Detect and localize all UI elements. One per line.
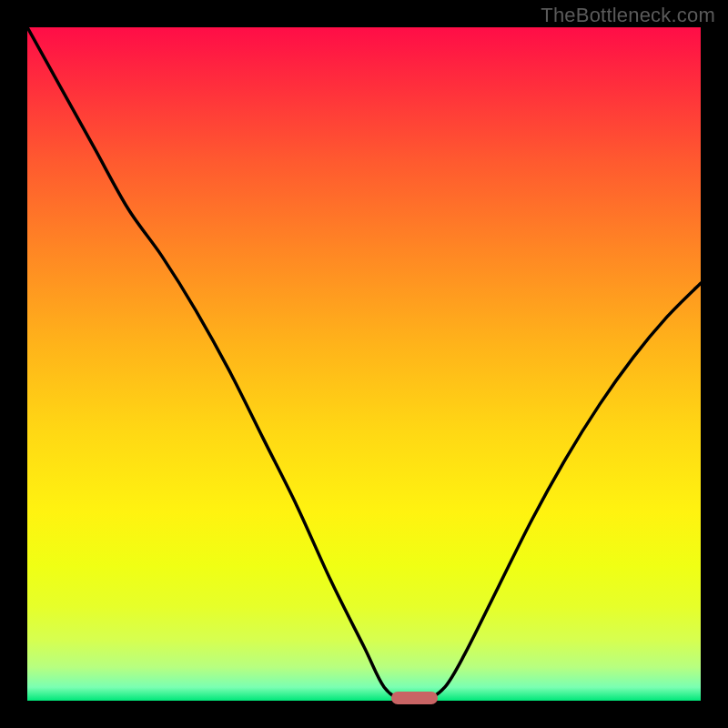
curve-svg bbox=[27, 27, 701, 701]
plot-area bbox=[27, 27, 701, 701]
watermark-text: TheBottleneck.com bbox=[541, 4, 715, 27]
bottleneck-curve bbox=[27, 27, 701, 701]
chart-frame: TheBottleneck.com bbox=[0, 0, 728, 728]
minimum-marker bbox=[391, 692, 437, 704]
